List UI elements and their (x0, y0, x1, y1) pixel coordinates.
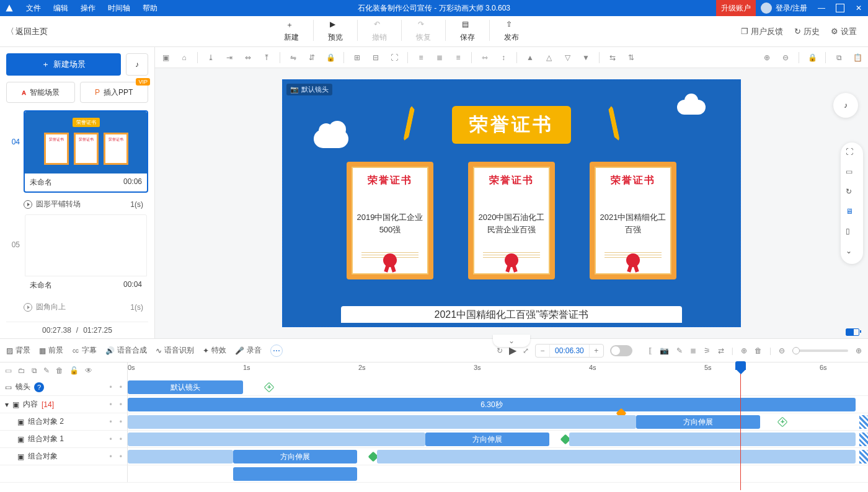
text-right-icon[interactable]: ≡ (453, 52, 464, 63)
zoom-out-icon[interactable]: ⊖ (780, 52, 791, 63)
align-top-icon[interactable]: ⤒ (261, 52, 272, 63)
tts-tool-button[interactable]: 🔊语音合成 (105, 345, 147, 356)
time-minus-button[interactable]: − (536, 346, 549, 355)
flip-v-icon[interactable]: ⇵ (306, 52, 317, 63)
chevron-down-icon[interactable]: ▾ (5, 400, 9, 409)
add-track-icon[interactable]: ▭ (5, 366, 12, 375)
text-left-icon[interactable]: ≡ (415, 52, 427, 63)
add-marker-icon[interactable]: ⊕ (741, 346, 747, 355)
clip-post[interactable] (569, 433, 856, 446)
edit-icon[interactable]: ✎ (676, 346, 683, 355)
effect-tool-button[interactable]: ✦特效 (203, 345, 226, 356)
camera-clip[interactable]: 默认镜头 (128, 380, 243, 394)
keyframe-add[interactable] (777, 417, 788, 428)
content-track[interactable]: ▾▣内容[14]•• 6.30秒 (0, 396, 868, 413)
fit-icon[interactable]: ▭ (846, 167, 858, 180)
clip-pre[interactable] (128, 415, 636, 429)
clip-end[interactable] (859, 450, 868, 463)
home-icon[interactable]: ⌂ (179, 52, 190, 63)
caption-text[interactable]: 2021中国精细化工百强”等荣誉证书 (341, 306, 682, 323)
clip-end[interactable] (859, 415, 868, 429)
layers-icon[interactable]: ≣ (690, 346, 696, 355)
copy-track-icon[interactable]: ⧉ (32, 366, 37, 375)
certificate-2[interactable]: 荣誉证书2020中国石油化工民营企业百强 (468, 162, 555, 279)
lock-track-icon[interactable]: 🔓 (69, 366, 79, 375)
clip-pre[interactable] (128, 433, 425, 446)
asr-tool-button[interactable]: ∿语音识别 (156, 345, 194, 356)
bg-tool-button[interactable]: ▨背景 (6, 345, 30, 356)
help-icon[interactable]: ? (34, 382, 44, 392)
ungroup-icon[interactable]: ⊟ (370, 52, 381, 63)
transition-row-05[interactable]: 圆角向上 1(s) (6, 299, 148, 316)
spacing-h-icon[interactable]: ⇆ (607, 52, 618, 63)
minimize-button[interactable]: — (812, 0, 831, 16)
mobile-view-icon[interactable]: ▯ (846, 227, 858, 239)
camera-track[interactable]: ▭镜头?•• 默认镜头 (0, 379, 868, 396)
publish-button[interactable]: ⇪发布 (490, 20, 533, 43)
edit-track-icon[interactable]: ✎ (43, 366, 50, 375)
certificate-1[interactable]: 荣誉证书2019中国化工企业500强 (347, 162, 433, 279)
chevron-down-icon[interactable]: ⌄ (846, 247, 858, 259)
marker-in-icon[interactable]: ⟦ (649, 346, 652, 355)
bgm-float-button[interactable]: ♪ (833, 93, 858, 118)
menu-edit[interactable]: 编辑 (47, 0, 74, 16)
paste-icon[interactable]: 📋 (852, 52, 863, 63)
scene-item-04[interactable]: 04 荣誉证书 荣誉证书 荣誉证书 荣誉证书 未命名00:06 (6, 110, 148, 193)
trash-icon[interactable]: 🗑 (755, 346, 762, 355)
certificates-group[interactable]: 荣誉证书2019中国化工企业500强 荣誉证书2020中国石油化工民营企业百强 … (283, 162, 740, 279)
zoom-in-tl-icon[interactable]: ⊕ (856, 346, 862, 355)
menu-action[interactable]: 操作 (74, 0, 102, 16)
close-button[interactable]: ✕ (849, 0, 868, 16)
record-tool-button[interactable]: 🎤录音 (235, 345, 262, 356)
folder-add-icon[interactable]: 🗀 (18, 366, 25, 375)
send-backward-icon[interactable]: ▽ (562, 52, 573, 63)
object-track-0[interactable]: ▣组合对象•• 方向伸展 (0, 448, 868, 465)
clip-post[interactable] (377, 450, 856, 463)
insert-ppt-button[interactable]: P插入PPTVIP (80, 82, 149, 103)
playhead[interactable] (740, 362, 741, 490)
menu-help[interactable]: 帮助 (136, 0, 164, 16)
filter-icon[interactable]: ⚞ (704, 346, 711, 355)
smart-scene-button[interactable]: ᴀ智能场景 (6, 82, 75, 103)
delete-track-icon[interactable]: 🗑 (56, 366, 63, 375)
object-track-partial[interactable] (0, 465, 868, 483)
feedback-button[interactable]: ❐用户反馈 (741, 26, 783, 37)
upgrade-account-button[interactable]: 升级账户 (716, 0, 756, 16)
rotate-icon[interactable]: ↻ (846, 187, 858, 200)
scene-item-05[interactable]: 05 未命名00:04 (6, 213, 148, 296)
link-icon[interactable]: ⇄ (718, 346, 724, 355)
more-tool-button[interactable]: ⋯ (270, 345, 283, 357)
object-track-1[interactable]: ▣组合对象 1•• 方向伸展 (0, 431, 868, 448)
effect-clip[interactable]: 方向伸展 (233, 450, 357, 463)
lock-view-icon[interactable]: 🔒 (807, 52, 818, 63)
collapse-stage-button[interactable]: ⌄ (493, 335, 530, 347)
undo-button[interactable]: ↶撤销 (358, 20, 401, 43)
expand-icon[interactable]: ⤢ (523, 346, 529, 355)
align-hcenter-icon[interactable]: ⇔ (242, 52, 254, 63)
clip-pre[interactable] (128, 450, 233, 463)
history-button[interactable]: ↻历史 (794, 26, 820, 37)
snap-toggle[interactable] (610, 345, 632, 356)
save-button[interactable]: ▤保存 (446, 20, 489, 43)
time-plus-button[interactable]: + (590, 346, 603, 355)
content-clip[interactable]: 6.30秒 (128, 398, 856, 411)
scene-thumbnail[interactable]: 荣誉证书 荣誉证书 荣誉证书 荣誉证书 (25, 112, 147, 174)
extract-icon[interactable]: ⛶ (389, 52, 400, 63)
bring-forward-icon[interactable]: △ (543, 52, 554, 63)
banner-title[interactable]: 荣誉证书 (452, 106, 571, 144)
text-center-icon[interactable]: ≣ (434, 52, 445, 63)
group-icon[interactable]: ⊞ (352, 52, 363, 63)
effect-clip[interactable]: 方向伸展 (636, 415, 760, 429)
fg-tool-button[interactable]: ▦前景 (39, 345, 63, 356)
align-bottom-icon[interactable]: ⤓ (205, 52, 216, 63)
keyframe-add[interactable] (264, 382, 275, 393)
zoom-slider[interactable] (792, 349, 848, 352)
eye-icon[interactable]: 👁 (85, 366, 92, 375)
menu-file[interactable]: 文件 (20, 0, 47, 16)
zoom-out-tl-icon[interactable]: ⊖ (779, 346, 785, 355)
bring-front-icon[interactable]: ▲ (525, 52, 536, 63)
align-right-icon[interactable]: ⇥ (224, 52, 235, 63)
transition-row-04[interactable]: 圆形平铺转场 1(s) (6, 196, 148, 213)
object-track-2[interactable]: ▣组合对象 2•• 方向伸展 (0, 413, 868, 431)
back-home-button[interactable]: 〈 返回主页 (0, 26, 62, 37)
